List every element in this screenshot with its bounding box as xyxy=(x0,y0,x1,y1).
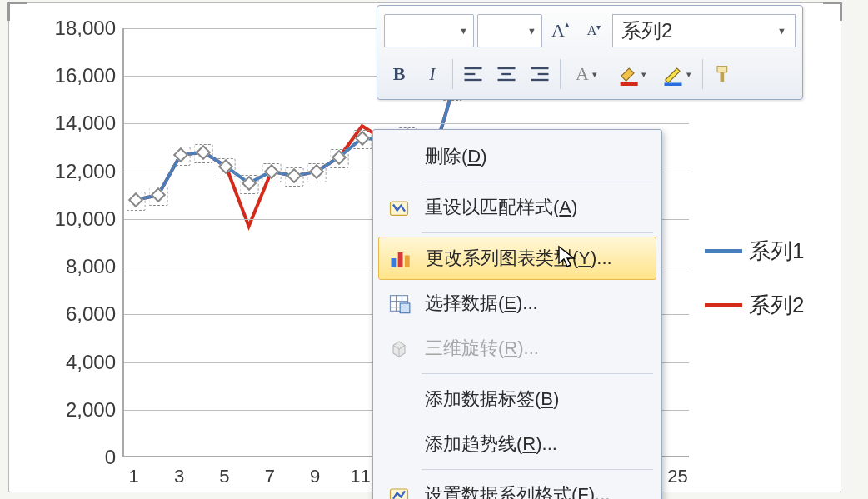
bold-button[interactable]: B xyxy=(384,57,414,91)
y-axis-label: 0 xyxy=(42,446,116,469)
x-axis-label: 25 xyxy=(665,466,690,487)
data-point-marker[interactable] xyxy=(196,145,211,160)
legend-swatch-2 xyxy=(705,303,742,307)
svg-rect-10 xyxy=(665,83,682,87)
align-left-button[interactable] xyxy=(458,57,488,91)
x-axis-label: 7 xyxy=(257,466,282,487)
data-point-marker[interactable] xyxy=(127,192,142,207)
context-menu-reset-style[interactable]: 重设以匹配样式(A) xyxy=(378,186,656,229)
outline-color-button[interactable]: ▾ xyxy=(656,57,697,91)
data-point-marker[interactable] xyxy=(173,147,188,162)
y-axis-label: 12,000 xyxy=(42,160,116,183)
context-menu: 删除(D) 重设以匹配样式(A) 更改系列图表类型(Y)... 选择数据(E).… xyxy=(372,129,662,499)
align-right-button[interactable] xyxy=(525,57,555,91)
font-color-button[interactable]: A▾ xyxy=(566,57,607,91)
data-point-marker[interactable] xyxy=(332,149,347,164)
x-axis-label: 3 xyxy=(167,466,192,487)
context-menu-add-data-labels[interactable]: 添加数据标签(B) xyxy=(378,377,656,421)
fill-color-button[interactable]: ▾ xyxy=(611,57,652,91)
svg-rect-9 xyxy=(621,82,638,86)
cube-icon xyxy=(382,331,417,366)
context-menu-add-trendline[interactable]: 添加趋势线(R)... xyxy=(378,422,656,466)
y-axis-label: 6,000 xyxy=(42,302,116,326)
y-axis-label: 4,000 xyxy=(42,351,116,374)
context-menu-format-series[interactable]: 设置数据系列格式(F)... xyxy=(378,473,656,499)
data-point-marker[interactable] xyxy=(354,130,369,145)
y-axis-label: 16,000 xyxy=(42,64,116,87)
legend-label-1: 系列1 xyxy=(749,237,804,266)
context-menu-select-data[interactable]: 选择数据(E)... xyxy=(378,282,656,325)
legend-item-2[interactable]: 系列2 xyxy=(705,291,838,320)
italic-button[interactable]: I xyxy=(417,57,447,91)
format-series-icon xyxy=(382,477,417,499)
x-axis-label: 11 xyxy=(348,466,373,487)
reset-style-icon xyxy=(382,190,417,225)
x-axis-label: 1 xyxy=(122,466,147,487)
context-menu-change-chart-type[interactable]: 更改系列图表类型(Y)... xyxy=(378,237,656,280)
y-axis-label: 18,000 xyxy=(42,17,116,40)
gridline xyxy=(124,123,689,124)
legend-swatch-1 xyxy=(705,249,742,253)
svg-rect-21 xyxy=(400,303,410,313)
increase-font-button[interactable]: A▴ xyxy=(546,14,576,47)
x-axis-label: 5 xyxy=(212,466,237,487)
context-menu-3d-rotation: 三维旋转(R)... xyxy=(378,327,656,370)
align-center-button[interactable] xyxy=(491,57,521,91)
svg-rect-14 xyxy=(398,252,403,267)
decrease-font-button[interactable]: A▾ xyxy=(579,14,609,47)
y-axis-label: 14,000 xyxy=(42,112,116,135)
mini-toolbar: ▼ ▼ A▴ A▾ 系列2 ▼ B I A▾ ▾ ▾ xyxy=(377,5,803,100)
legend-item-1[interactable]: 系列1 xyxy=(705,237,838,266)
chart-element-selected: 系列2 xyxy=(621,17,672,44)
legend-label-2: 系列2 xyxy=(749,291,804,320)
x-axis-label: 9 xyxy=(302,466,327,487)
font-size-dropdown[interactable]: ▼ xyxy=(477,14,542,47)
data-point-marker[interactable] xyxy=(151,187,166,202)
y-axis-label: 10,000 xyxy=(42,207,116,231)
svg-rect-15 xyxy=(405,256,410,267)
svg-rect-13 xyxy=(392,258,397,267)
format-painter-button[interactable] xyxy=(708,57,738,91)
select-data-icon xyxy=(382,286,417,321)
chart-element-dropdown[interactable]: 系列2 ▼ xyxy=(612,14,796,47)
y-axis-label: 8,000 xyxy=(42,255,116,278)
legend[interactable]: 系列1 系列2 xyxy=(705,237,838,345)
data-point-marker[interactable] xyxy=(241,176,256,191)
chart-type-icon xyxy=(382,241,417,276)
y-axis-label: 2,000 xyxy=(42,398,116,422)
svg-rect-11 xyxy=(721,72,725,82)
context-menu-delete[interactable]: 删除(D) xyxy=(378,135,656,178)
font-family-dropdown[interactable]: ▼ xyxy=(384,14,474,47)
